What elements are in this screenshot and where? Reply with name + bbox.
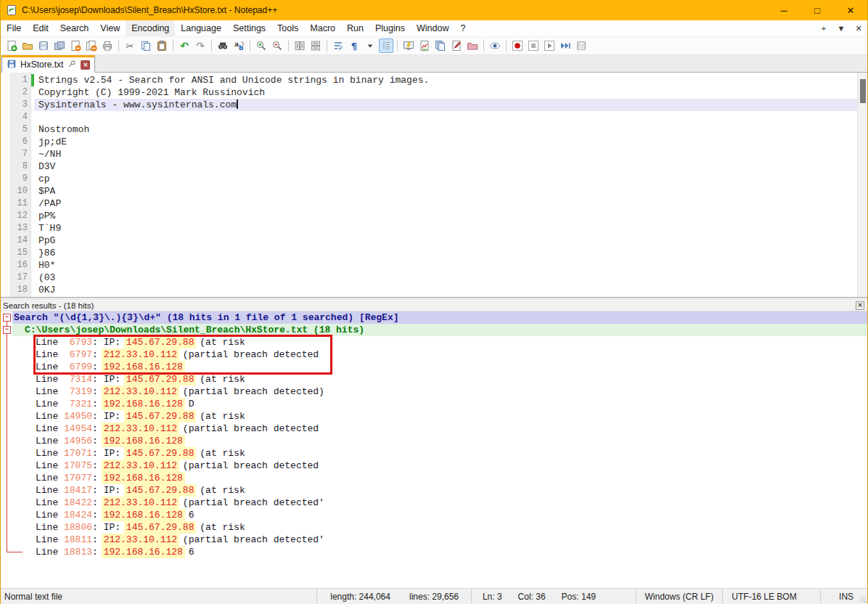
search-summary-row[interactable]: Search "(\d{1,3}\.){3}\d+" (18 hits in 1… xyxy=(12,311,867,324)
word-wrap-button[interactable] xyxy=(331,38,345,53)
print-button[interactable] xyxy=(100,38,115,53)
search-result-row[interactable]: Line 17075: 212.33.10.112 (partial breac… xyxy=(1,460,867,472)
save-button[interactable] xyxy=(36,38,51,53)
search-result-row[interactable]: Line 17077: 192.168.16.128 xyxy=(1,472,867,484)
close-button[interactable]: ✕ xyxy=(834,0,867,20)
redo-button[interactable]: ↷ xyxy=(193,38,208,53)
show-all-chars-button[interactable]: ¶ xyxy=(347,38,361,53)
fold-collapse-box-file[interactable]: − xyxy=(3,326,11,334)
menu-view[interactable]: View xyxy=(94,20,126,36)
search-result-row[interactable]: Line 14956: 192.168.16.128 xyxy=(1,435,867,447)
editor-line[interactable]: 17(03 xyxy=(1,272,857,284)
search-result-row[interactable]: Line 14954: 212.33.10.112 (partial breac… xyxy=(1,423,867,435)
menu-file[interactable]: File xyxy=(1,20,27,36)
menu-tools[interactable]: Tools xyxy=(271,20,304,36)
search-result-row[interactable]: Line 6799: 192.168.16.128 xyxy=(1,361,867,373)
sync-v-scroll-button[interactable] xyxy=(292,38,307,53)
editor-line[interactable]: 1Strings v2.54 - Search for ANSI and Uni… xyxy=(1,74,857,86)
menu-plugins[interactable]: Plugins xyxy=(369,20,411,36)
menu-run[interactable]: Run xyxy=(341,20,369,36)
new-file-button[interactable] xyxy=(4,38,19,53)
search-result-row[interactable]: Line 6793: IP: 145.67.29.88 (at risk xyxy=(1,336,867,348)
search-result-row[interactable]: Line 17071: IP: 145.67.29.88 (at risk xyxy=(1,447,867,460)
search-result-row[interactable]: Line 18424: 192.168.16.128 6 xyxy=(1,509,867,521)
file-summary-row[interactable]: C:\Users\josep\Downloads\Silent_Breach\H… xyxy=(12,324,867,336)
monitoring-button[interactable] xyxy=(401,38,416,53)
tab-list-button[interactable]: ▼ xyxy=(832,24,850,33)
menu-encoding[interactable]: Encoding xyxy=(126,20,175,36)
pin-icon[interactable] xyxy=(67,59,77,71)
edit-marker-button[interactable] xyxy=(449,38,464,53)
status-encoding[interactable]: UTF-16 LE BOM xyxy=(732,592,796,602)
new-tab-button[interactable]: + xyxy=(815,24,832,33)
document-eye-button[interactable] xyxy=(488,38,502,53)
zoom-in-button[interactable] xyxy=(254,38,269,53)
sync-h-scroll-button[interactable] xyxy=(308,38,323,53)
save-all-button[interactable] xyxy=(52,38,67,53)
undo-button[interactable]: ↶ xyxy=(177,38,192,53)
tab-close-icon[interactable]: ✕ xyxy=(81,60,90,70)
search-result-row[interactable]: Line 18806: IP: 145.67.29.88 (at risk xyxy=(1,521,867,534)
editor-line[interactable]: 13T`H9 xyxy=(1,222,857,234)
search-result-row[interactable]: Line 6797: 212.33.10.112 (partial breach… xyxy=(1,348,867,361)
menu-window[interactable]: Window xyxy=(411,20,454,36)
editor-area[interactable]: 1Strings v2.54 - Search for ANSI and Uni… xyxy=(1,73,867,297)
copy-button[interactable] xyxy=(139,38,153,53)
editor-line[interactable]: 10$PA xyxy=(1,185,857,197)
search-result-row[interactable]: Line 18417: IP: 145.67.29.88 (at risk xyxy=(1,484,867,497)
menu-help[interactable]: ? xyxy=(454,20,471,36)
menu-search[interactable]: Search xyxy=(54,20,95,36)
editor-line[interactable]: 2Copyright (C) 1999-2021 Mark Russinovic… xyxy=(1,86,857,99)
zoom-out-button[interactable] xyxy=(270,38,284,53)
editor-line[interactable]: 15}86 xyxy=(1,247,857,259)
search-result-row[interactable]: Line 7321: 192.168.16.128 D xyxy=(1,398,867,410)
minimize-button[interactable]: ─ xyxy=(767,0,801,20)
editor-line[interactable]: 5Nostromoh xyxy=(1,123,857,136)
editor-line[interactable]: 6jp;dE xyxy=(1,136,857,148)
search-result-row[interactable]: Line 18811: 212.33.10.112 (partial breac… xyxy=(1,534,867,546)
folder-workspace-button[interactable] xyxy=(465,38,480,53)
close-tab-button[interactable]: ✕ xyxy=(850,24,867,33)
editor-vertical-scrollbar[interactable] xyxy=(857,73,867,297)
editor-line[interactable]: 8D3V xyxy=(1,160,857,173)
status-insert-mode[interactable]: INS xyxy=(839,592,853,602)
search-result-row[interactable]: Line 7314: IP: 145.67.29.88 (at risk xyxy=(1,373,867,385)
menu-language[interactable]: Language xyxy=(175,20,227,36)
tab-hxstore[interactable]: HxStore.txt ✕ xyxy=(1,55,95,73)
editor-line[interactable]: 12pP% xyxy=(1,210,857,222)
macro-record-button[interactable] xyxy=(510,38,525,53)
editor-line[interactable]: 7~/NH xyxy=(1,148,857,160)
editor-line[interactable]: 3Sysinternals - www.sysinternals.com xyxy=(1,99,857,111)
search-result-row[interactable]: Line 7319: 212.33.10.112 (partial breach… xyxy=(1,385,867,398)
editor-line[interactable]: 11/PAP xyxy=(1,197,857,210)
menu-settings[interactable]: Settings xyxy=(227,20,271,36)
editor-line[interactable]: 14PpG xyxy=(1,234,857,247)
maximize-button[interactable]: □ xyxy=(801,0,834,20)
replace-button[interactable]: ab xyxy=(232,38,246,53)
macro-play-button[interactable] xyxy=(542,38,557,53)
doc-switcher-button[interactable] xyxy=(433,38,448,53)
close-button[interactable] xyxy=(68,38,83,53)
paste-button[interactable] xyxy=(155,38,169,53)
macro-save-button[interactable] xyxy=(574,38,589,53)
search-result-row[interactable]: Line 14950: IP: 145.67.29.88 (at risk xyxy=(1,410,867,423)
editor-line[interactable]: 16H0* xyxy=(1,259,857,272)
macro-run-multiple-button[interactable] xyxy=(558,38,573,53)
macro-stop-button[interactable] xyxy=(526,38,541,53)
search-result-row[interactable]: Line 18422: 212.33.10.112 (partial breac… xyxy=(1,497,867,509)
view-chart-button[interactable] xyxy=(417,38,432,53)
editor-line[interactable]: 4 xyxy=(1,111,857,123)
status-eol-format[interactable]: Windows (CR LF) xyxy=(645,592,714,602)
editor-line[interactable]: 180KJ xyxy=(1,284,857,296)
cut-button[interactable]: ✂ xyxy=(123,38,137,53)
search-result-row[interactable]: Line 18813: 192.168.16.128 6 xyxy=(1,546,867,558)
scrollbar-thumb[interactable] xyxy=(860,79,866,103)
close-all-button[interactable] xyxy=(84,38,99,53)
fold-collapse-box-search[interactable]: − xyxy=(3,314,11,322)
menu-macro[interactable]: Macro xyxy=(304,20,341,36)
open-button[interactable] xyxy=(20,38,35,53)
indent-guide-button[interactable] xyxy=(379,38,393,53)
dropdown-button[interactable] xyxy=(363,38,377,53)
resize-grip[interactable] xyxy=(860,597,866,603)
editor-line[interactable]: 9cp xyxy=(1,173,857,185)
